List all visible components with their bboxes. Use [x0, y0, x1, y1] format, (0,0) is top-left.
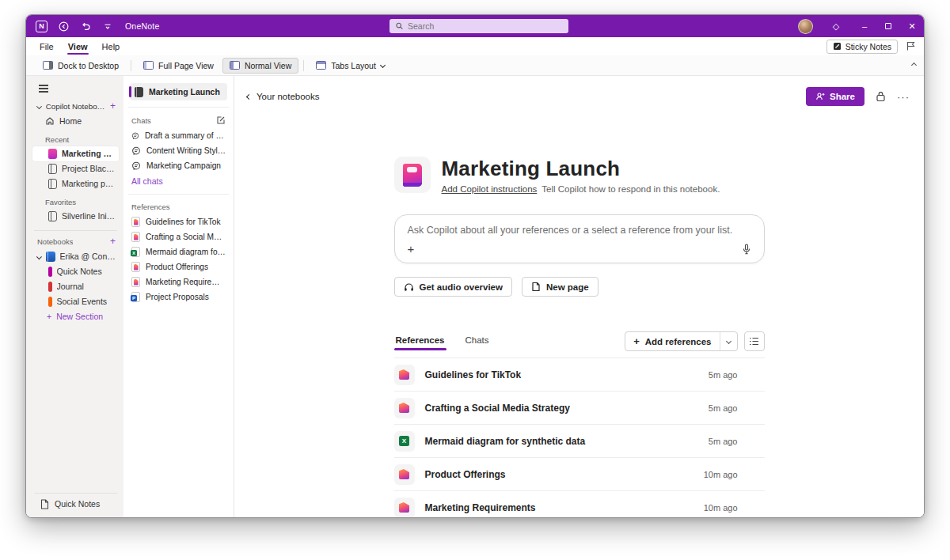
sidebar-section-quick-notes[interactable]: Quick Notes [32, 264, 119, 279]
new-page-icon [531, 282, 541, 292]
tab-chats[interactable]: Chats [464, 332, 491, 350]
sidebar-item-marketing-presentation[interactable]: Marketing presentat... [32, 176, 119, 191]
sidebar-section-social-events[interactable]: Social Events [32, 294, 119, 309]
quick-notes-button[interactable]: Quick Notes [32, 495, 119, 513]
share-button[interactable]: Share [806, 87, 864, 106]
reference-item[interactable]: Marketing Requirements [130, 274, 227, 289]
premium-gem-icon[interactable]: ◇ [824, 15, 848, 37]
tab-references[interactable]: References [394, 332, 446, 350]
add-copilot-instructions-link[interactable]: Add Copilot instructions [442, 184, 538, 194]
onenote-window: N OneNote ◇ – ✕ File View Help [25, 14, 925, 518]
full-page-view-icon [143, 61, 154, 70]
loop-doc-icon [394, 464, 415, 485]
reference-row[interactable]: Marketing Requirements 10m ago [394, 490, 765, 517]
reference-row[interactable]: Guidelines for TikTok 5m ago [394, 358, 765, 391]
menu-help[interactable]: Help [101, 40, 121, 53]
tabs-layout-button[interactable]: Tabs Layout [309, 58, 392, 74]
lock-icon[interactable] [876, 91, 886, 102]
sidebar-item-erika-contoso[interactable]: Erika @ Contoso [32, 249, 119, 264]
more-options-button[interactable]: ··· [897, 91, 910, 103]
feedback-icon[interactable] [906, 41, 916, 51]
collapse-ribbon-button[interactable] [912, 63, 916, 67]
reference-row[interactable]: Mermaid diagram for synthetic data 5m ag… [394, 424, 765, 457]
excel-doc-icon [394, 431, 415, 452]
chevron-up-icon [911, 62, 917, 68]
search-input[interactable] [408, 21, 562, 31]
reference-row[interactable]: Crafting a Social Media Strategy 5m ago [394, 391, 765, 424]
new-page-button[interactable]: New page [522, 277, 598, 297]
recent-item-label: Marketing presentat... [62, 179, 116, 188]
full-page-view-button[interactable]: Full Page View [136, 58, 221, 74]
reference-item[interactable]: Guidelines for TikTok [130, 214, 227, 229]
sidebar-item-silverline-initiative[interactable]: Silverline Initiative [32, 209, 119, 224]
get-audio-overview-button[interactable]: Get audio overview [394, 277, 512, 297]
tabs-actions: + Add references [625, 331, 764, 351]
navigation-sidebar: Copilot Notebooks + Home Recent Marketin… [26, 76, 124, 517]
sidebar-section-journal[interactable]: Journal [32, 279, 119, 294]
new-page-label: New page [546, 282, 589, 292]
reference-timestamp: 5m ago [709, 403, 765, 413]
add-references-button[interactable]: + Add references [625, 332, 719, 350]
view-toolbar: Dock to Desktop Full Page View Normal Vi… [26, 55, 924, 76]
copilot-notebooks-header[interactable]: Copilot Notebooks + [32, 99, 119, 114]
back-icon[interactable] [57, 20, 70, 32]
notebook-icon [48, 149, 57, 159]
share-label: Share [830, 92, 855, 101]
dock-to-desktop-button[interactable]: Dock to Desktop [36, 58, 126, 74]
chat-item[interactable]: Content Writing Styles [130, 143, 227, 158]
chat-item-label: Content Writing Styles [146, 146, 226, 155]
notebook-icon [48, 164, 57, 174]
reference-item[interactable]: X Mermaid diagram for synthetic... [130, 244, 227, 259]
chevron-down-icon [36, 254, 42, 259]
reference-row[interactable]: Product Offerings 10m ago [394, 457, 765, 490]
reference-item[interactable]: P Project Proposals [130, 289, 227, 305]
add-references-dropdown[interactable] [720, 332, 737, 350]
user-avatar[interactable] [798, 19, 813, 34]
home-label: Home [59, 116, 82, 126]
attach-plus-button[interactable]: + [408, 243, 415, 255]
minimize-button[interactable]: – [853, 15, 876, 37]
reference-title: Product Offerings [425, 469, 506, 480]
chat-item[interactable]: Marketing Campaign [130, 158, 227, 173]
search-box[interactable] [390, 19, 568, 33]
chat-item[interactable]: Draft a summary of synth... [130, 128, 227, 143]
customize-toolbar-icon[interactable] [101, 20, 114, 32]
sticky-notes-button[interactable]: Sticky Notes [826, 40, 898, 54]
notebook-icon [48, 179, 57, 189]
maximize-button[interactable] [876, 15, 900, 37]
compose-icon [216, 115, 226, 125]
back-to-notebooks-link[interactable]: Your notebooks [247, 92, 320, 101]
list-view-button[interactable] [744, 331, 765, 351]
close-button[interactable]: ✕ [900, 15, 924, 37]
add-notebook-button[interactable]: + [110, 236, 116, 246]
chat-item-label: Marketing Campaign [146, 161, 221, 170]
microphone-button[interactable] [742, 244, 751, 255]
quick-notes-label: Quick Notes [55, 499, 100, 509]
panel-notebook-title: Marketing Launch [149, 87, 220, 96]
references-list: Guidelines for TikTok 5m ago Crafting a … [394, 358, 765, 517]
menu-view[interactable]: View [67, 40, 89, 53]
normal-view-button[interactable]: Normal View [222, 58, 298, 74]
panel-notebook-header[interactable]: Marketing Launch [130, 83, 227, 100]
notebook-icon [46, 252, 55, 262]
menu-file[interactable]: File [39, 40, 55, 53]
reference-timestamp: 10m ago [704, 470, 765, 479]
chats-label: Chats [131, 116, 151, 125]
sidebar-item-marketing-launch[interactable]: Marketing Launch [32, 146, 119, 161]
reference-item[interactable]: Crafting a Social Media Strategy [130, 229, 227, 244]
dock-to-desktop-label: Dock to Desktop [58, 61, 119, 70]
new-section-button[interactable]: + New Section [32, 309, 119, 324]
reference-item[interactable]: Product Offerings [130, 259, 227, 274]
all-chats-link[interactable]: All chats [130, 173, 227, 187]
sidebar-item-project-blackrock[interactable]: Project Blackrock [32, 161, 119, 176]
undo-icon[interactable] [79, 20, 92, 32]
hamburger-icon[interactable] [39, 88, 48, 89]
add-copilot-notebook-button[interactable]: + [110, 101, 116, 111]
loop-doc-icon [131, 277, 140, 287]
copilot-input-box[interactable]: Ask Copilot about all your references or… [394, 214, 765, 263]
new-chat-button[interactable] [216, 115, 226, 125]
sidebar-item-home[interactable]: Home [32, 114, 119, 129]
section-label: Social Events [57, 297, 108, 306]
chevron-down-icon [36, 104, 42, 109]
reference-title: Mermaid diagram for synthetic data [425, 436, 586, 447]
